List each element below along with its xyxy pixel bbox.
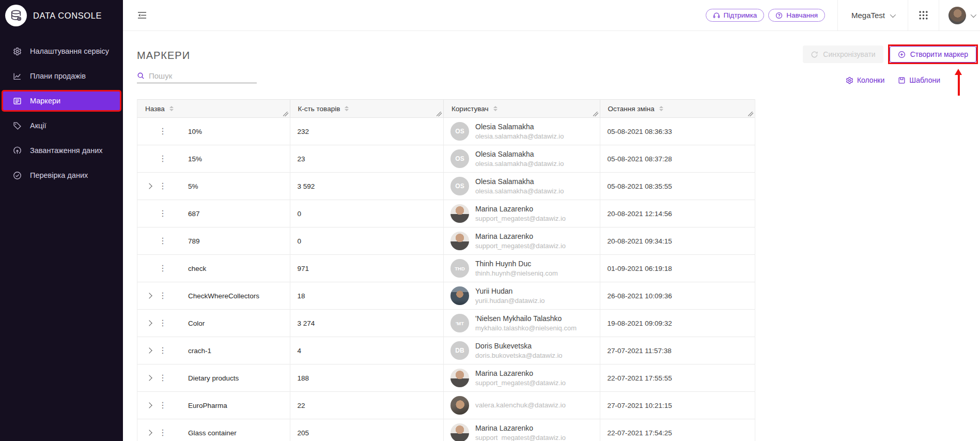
cell-user: Marina Lazarenko support_megatest@datawi…: [444, 364, 600, 391]
expand-chevron-icon[interactable]: [143, 403, 156, 407]
column-header-name[interactable]: Назва: [137, 100, 290, 117]
column-resize-handle[interactable]: [437, 112, 442, 116]
row-menu-icon[interactable]: [156, 429, 169, 437]
table-header: Назва К-сть товарів Користувач Остання з…: [137, 99, 755, 118]
expand-chevron-icon[interactable]: [143, 184, 156, 188]
cell-products-count: 3 274: [290, 310, 444, 337]
table-row[interactable]: crach-1 4 DB Doris Bukevetska doris.buko…: [137, 337, 755, 364]
user-info: Thinh Huynh Duc thinh.huynh@nielseniq.co…: [475, 259, 558, 278]
table-row[interactable]: EuroPharma 22 valera.kalenchuk@datawiz.i…: [137, 392, 755, 419]
table-row[interactable]: 15% 23 OS Olesia Salamakha olesia.salama…: [137, 145, 755, 173]
user-email: doris.bukovetska@datawiz.io: [475, 351, 563, 360]
products-count: 18: [298, 292, 305, 300]
table-row[interactable]: Glass container 205 Marina Lazarenko sup…: [137, 419, 755, 441]
table-row[interactable]: Dietary products 188 Marina Lazarenko su…: [137, 364, 755, 392]
expand-chevron-icon[interactable]: [143, 348, 156, 353]
cell-name: 15%: [137, 145, 290, 172]
cell-user: OS Olesia Salamakha olesia.salamakha@dat…: [444, 145, 600, 172]
row-menu-icon[interactable]: [156, 374, 169, 382]
templates-button[interactable]: Шаблони: [898, 76, 940, 84]
row-menu-icon[interactable]: [156, 319, 169, 327]
column-header-count[interactable]: К-сть товарів: [290, 100, 444, 117]
row-menu-icon[interactable]: [156, 292, 169, 300]
row-menu-icon[interactable]: [156, 237, 169, 245]
last-modified: 01-09-2021 06:19:18: [608, 265, 672, 272]
cell-products-count: 3 592: [290, 173, 444, 200]
user-avatar: OS: [450, 149, 469, 168]
row-menu-icon[interactable]: [156, 401, 169, 409]
sidebar-item-sales-plans[interactable]: Плани продажів: [0, 64, 123, 88]
column-header-modified[interactable]: Остання зміна: [600, 100, 755, 117]
sidebar-item-markers[interactable]: Маркери: [3, 92, 120, 110]
sidebar-item-data-check[interactable]: Перевірка даних: [0, 163, 123, 188]
create-marker-button[interactable]: Створити маркер: [890, 46, 976, 63]
column-label: Користувач: [452, 105, 489, 113]
columns-button[interactable]: Колонки: [846, 76, 884, 84]
support-button[interactable]: Підтримка: [706, 9, 765, 22]
row-menu-icon[interactable]: [156, 209, 169, 218]
gear-icon: [846, 77, 853, 84]
row-menu-icon[interactable]: [156, 346, 169, 355]
marker-name: 15%: [188, 155, 202, 163]
tag-icon: [12, 121, 22, 130]
search-input[interactable]: [149, 71, 257, 80]
user-avatar: [450, 286, 469, 305]
collapse-sidebar-icon[interactable]: [137, 11, 147, 19]
products-count: 971: [298, 265, 309, 272]
user-info: Olesia Salamakha olesia.salamakha@datawi…: [475, 177, 564, 196]
markers-list-icon: [12, 96, 22, 105]
cell-last-modified: 22-07-2021 17:54:25: [600, 419, 755, 441]
cell-user: 'MT 'Nielsen Mykhailo Talashko mykhailo.…: [444, 310, 600, 337]
expand-chevron-icon[interactable]: [143, 294, 156, 298]
topbar: Підтримка Навчання MegaTest: [123, 0, 980, 31]
cell-user: Marina Lazarenko support_megatest@datawi…: [444, 200, 600, 227]
expand-chevron-icon[interactable]: [143, 321, 156, 325]
marker-name: 5%: [188, 183, 198, 190]
column-resize-handle[interactable]: [748, 112, 753, 116]
column-header-user[interactable]: Користувач: [444, 100, 600, 117]
user-email: support_megatest@datawiz.io: [475, 378, 566, 388]
row-menu-icon[interactable]: [156, 182, 169, 190]
sidebar: DATA CONSOLE Налаштування сервісу Плани …: [0, 0, 123, 441]
row-menu-icon[interactable]: [156, 155, 169, 163]
table-row[interactable]: 5% 3 592 OS Olesia Salamakha olesia.sala…: [137, 173, 755, 200]
table-row[interactable]: 687 0 Marina Lazarenko support_megatest@…: [137, 200, 755, 227]
last-modified: 05-08-2021 08:37:28: [608, 155, 672, 163]
account-menu[interactable]: [939, 7, 980, 24]
workspace-name: MegaTest: [851, 11, 885, 20]
user-avatar: [450, 204, 469, 223]
sidebar-item-promotions[interactable]: Акції: [0, 113, 123, 138]
sort-icon[interactable]: [169, 106, 174, 111]
sidebar-menu: Налаштування сервісу Плани продажів Марк…: [0, 31, 123, 188]
expand-chevron-icon[interactable]: [143, 431, 156, 435]
sort-icon[interactable]: [659, 106, 663, 111]
user-name: Thinh Huynh Duc: [475, 259, 558, 269]
table-row[interactable]: 789 0 Marina Lazarenko support_megatest@…: [137, 227, 755, 255]
last-modified: 26-08-2021 10:09:36: [608, 292, 672, 300]
apps-grid-icon[interactable]: [908, 10, 939, 20]
expand-chevron-icon[interactable]: [143, 376, 156, 380]
sync-button[interactable]: Синхронізувати: [803, 45, 883, 63]
column-label: К-сть товарів: [298, 105, 340, 113]
markers-table: Назва К-сть товарів Користувач Остання з…: [137, 99, 755, 441]
user-avatar: OS: [450, 177, 469, 195]
row-menu-icon[interactable]: [156, 127, 169, 135]
sidebar-item-service-settings[interactable]: Налаштування сервісу: [0, 39, 123, 64]
cell-products-count: 205: [290, 419, 444, 441]
sort-icon[interactable]: [493, 106, 497, 111]
row-menu-icon[interactable]: [156, 264, 169, 272]
table-row[interactable]: CheckWhereCollectors 18 Yurii Hudan yuri…: [137, 282, 755, 310]
column-resize-handle[interactable]: [593, 112, 598, 116]
table-row[interactable]: 10% 232 OS Olesia Salamakha olesia.salam…: [137, 118, 755, 145]
table-row[interactable]: check 971 THD Thinh Huynh Duc thinh.huyn…: [137, 255, 755, 282]
user-name: Doris Bukevetska: [475, 341, 563, 351]
table-links: Колонки Шаблони: [846, 76, 940, 84]
table-row[interactable]: Color 3 274 'MT 'Nielsen Mykhailo Talash…: [137, 310, 755, 337]
workspace-selector[interactable]: MegaTest: [838, 11, 908, 20]
sidebar-item-data-upload[interactable]: Завантаження даних: [0, 138, 123, 163]
sort-icon[interactable]: [345, 106, 349, 111]
user-name: Marina Lazarenko: [475, 369, 566, 378]
training-button[interactable]: Навчання: [768, 9, 825, 22]
marker-name: CheckWhereCollectors: [188, 292, 259, 300]
column-resize-handle[interactable]: [283, 112, 288, 116]
